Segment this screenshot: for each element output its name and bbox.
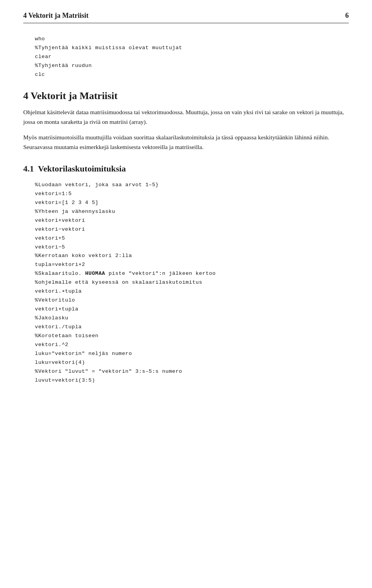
- code-v-comment-6: %Vektoritulo: [35, 296, 349, 305]
- vector-code-block: %Luodaan vektori, joka saa arvot 1–5} ve…: [35, 181, 349, 385]
- header-chapter-label: 4 Vektorit ja Matriisit: [23, 12, 88, 20]
- code-v-comment-7: %Jakolasku: [35, 314, 349, 323]
- code-v-comment-1: %Luodaan vektori, joka saa arvot 1–5}: [35, 181, 349, 190]
- code-v-line-9: vektori∗tupla: [35, 305, 349, 314]
- section-heading: 4 Vektorit ja Matriisit: [23, 90, 349, 102]
- paragraph-2: Myös matriisimuotoisilla muuttujilla voi…: [23, 132, 349, 152]
- code-v-line-1: vektori=1:5: [35, 190, 349, 199]
- code-v-line-12: luku=vektori(4): [35, 358, 349, 367]
- code-v-line-2: vektori=[1 2 3 4 5]: [35, 199, 349, 207]
- page-container: 4 Vektorit ja Matriisit 6 who %Tyhjentää…: [0, 0, 372, 588]
- code-v-line-4: vektori−vektori: [35, 225, 349, 234]
- code-v-line-7: tupla=vektori∗2: [35, 261, 349, 269]
- code-v-line-3: vektori+vektori: [35, 216, 349, 225]
- header-page-number: 6: [345, 12, 349, 20]
- intro-code-block: who %Tyhjentää kaikki muistissa olevat m…: [35, 35, 349, 79]
- code-line-comment-who: %Tyhjentää kaikki muistissa olevat muutt…: [35, 44, 349, 53]
- code-line-comment-clc: %Tyhjentää ruudun: [35, 62, 349, 70]
- code-v-comment-9: luku="vektorin" neljäs numero: [35, 350, 349, 358]
- code-v-comment-4: %Skalaaritulo. HUOMAA piste "vektori":n …: [35, 269, 349, 278]
- code-v-line-6: vektori−5: [35, 243, 349, 252]
- code-line-clear: clear: [35, 53, 349, 62]
- subsection-heading: 4.1 Vektorilaskutoimituksia: [23, 164, 349, 174]
- code-v-comment-10: %Vektori "luvut" = "vektorin" 3:s–5:s nu…: [35, 367, 349, 376]
- paragraph-1: Ohjelmat käsittelevät dataa matriisimuod…: [23, 107, 349, 127]
- code-v-comment-5: %ohjelmalle että kyseessä on skalaarilas…: [35, 278, 349, 287]
- code-line-who: who: [35, 35, 349, 44]
- code-v-comment-2: %Yhteen ja vähennyslasku: [35, 207, 349, 216]
- code-v-comment-3: %Kerrotaan koko vektori 2:lla: [35, 252, 349, 261]
- code-v-line-11: vektori.^2: [35, 341, 349, 350]
- code-line-clc: clc: [35, 70, 349, 79]
- header-bar: 4 Vektorit ja Matriisit 6: [23, 12, 349, 23]
- code-v-comment-8: %Korotetaan toiseen: [35, 332, 349, 341]
- code-v-line-13: luvut=vektori(3:5): [35, 376, 349, 385]
- code-v-line-5: vektori+5: [35, 234, 349, 243]
- code-v-line-8: vektori.∗tupla: [35, 287, 349, 296]
- code-v-line-10: vektori./tupla: [35, 323, 349, 332]
